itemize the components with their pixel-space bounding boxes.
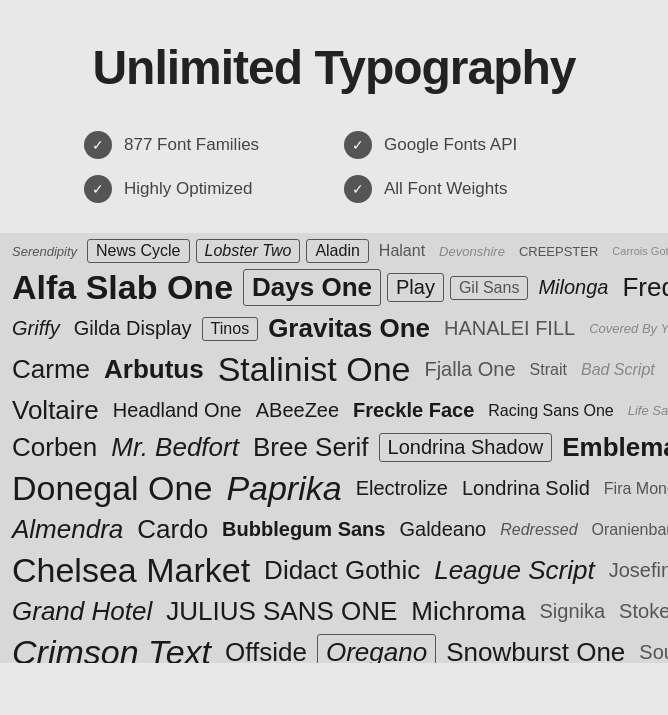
font-tag-3-4: Strait (526, 360, 571, 380)
font-tag-4-2: ABeeZee (252, 398, 343, 423)
font-row-3: CarmeArbutusStalinist OneFjalla OneStrai… (0, 347, 668, 392)
font-row-5: CorbenMr. BedfortBree SerifLondrina Shad… (0, 429, 668, 466)
font-tag-7-1: Cardo (133, 513, 212, 546)
font-tag-0-4: Halant (375, 241, 429, 261)
font-tag-7-3: Galdeano (395, 517, 490, 542)
check-icon-3: ✓ (84, 175, 112, 203)
font-tag-10-4: Source Serif Pro (635, 640, 668, 663)
font-tag-9-2: Michroma (407, 595, 529, 628)
font-tag-5-4: Emblema One (558, 431, 668, 464)
font-tag-6-1: Paprika (222, 468, 345, 509)
font-tag-9-0: Grand Hotel (8, 595, 156, 628)
font-tag-9-4: Stoke (615, 599, 668, 624)
feature-font-families: ✓ 877 Font Families (84, 131, 324, 159)
font-tag-6-0: Donegal One (8, 468, 216, 509)
font-row-9: Grand HotelJULIUS SANS ONEMichromaSignik… (0, 593, 668, 630)
font-tag-6-4: Fira Mono (600, 479, 668, 499)
font-tag-10-2: Oregano (317, 634, 436, 663)
font-tag-1-4: Milonga (534, 275, 612, 300)
font-tag-2-1: Gilda Display (70, 316, 196, 341)
feature-google-api: ✓ Google Fonts API (344, 131, 584, 159)
font-tag-7-2: Bubblegum Sans (218, 517, 389, 542)
font-tag-8-1: Didact Gothic (260, 554, 424, 587)
font-tag-1-1: Days One (243, 269, 381, 306)
font-tag-0-5: Devonshire (435, 243, 509, 260)
font-tag-2-5: Covered By Your Grace (585, 320, 668, 337)
font-tag-2-0: Griffy (8, 316, 64, 341)
feature-label-4: All Font Weights (384, 179, 507, 199)
font-tag-4-5: Life Savers (624, 402, 668, 419)
font-tag-1-2: Play (387, 273, 444, 302)
font-tag-3-5: Bad Script (577, 360, 659, 380)
font-tag-0-3: Aladin (306, 239, 368, 263)
check-icon-4: ✓ (344, 175, 372, 203)
feature-label-1: 877 Font Families (124, 135, 259, 155)
font-tag-7-5: Oranienbaum (588, 520, 668, 540)
font-tag-5-3: Londrina Shadow (379, 433, 553, 462)
font-tag-9-3: Signika (536, 599, 610, 624)
hero-title: Unlimited Typography (40, 40, 628, 95)
font-tag-10-1: Offside (221, 636, 311, 663)
font-tag-0-1: News Cycle (87, 239, 189, 263)
font-tag-0-7: Carrois Gothic SC (608, 244, 668, 258)
hero-section: Unlimited Typography ✓ 877 Font Families… (0, 0, 668, 233)
font-tag-8-3: Josefin Slab (605, 558, 668, 583)
font-row-0: SerendipityNews CycleLobster TwoAladinHa… (0, 237, 668, 265)
font-tag-10-3: Snowburst One (442, 636, 629, 663)
font-tag-1-3: Gil Sans (450, 276, 528, 300)
font-tag-10-0: Crimson Text (8, 632, 215, 663)
font-tag-6-2: Electrolize (352, 476, 452, 501)
font-tag-6-3: Londrina Solid (458, 476, 594, 501)
features-grid: ✓ 877 Font Families ✓ Google Fonts API ✓… (84, 131, 584, 203)
font-tag-2-3: Gravitas One (264, 312, 434, 345)
font-tag-4-1: Headland One (109, 398, 246, 423)
check-icon-1: ✓ (84, 131, 112, 159)
font-tag-5-1: Mr. Bedfort (107, 431, 243, 464)
font-tag-3-0: Carme (8, 353, 94, 386)
font-tag-7-4: Redressed (496, 520, 581, 540)
font-tag-0-2: Lobster Two (196, 239, 301, 263)
font-tag-8-0: Chelsea Market (8, 550, 254, 591)
font-tag-3-3: Fjalla One (420, 357, 519, 382)
font-row-8: Chelsea MarketDidact GothicLeague Script… (0, 548, 668, 593)
font-row-7: AlmendraCardoBubblegum SansGaldeanoRedre… (0, 511, 668, 548)
font-tag-5-2: Bree Serif (249, 431, 373, 464)
font-tag-2-2: Tinos (202, 317, 259, 341)
font-tag-8-2: League Script (430, 554, 598, 587)
font-tag-4-3: Freckle Face (349, 398, 478, 423)
font-tag-2-4: HANALEI FILL (440, 316, 579, 341)
font-tag-4-4: Racing Sans One (484, 401, 617, 421)
font-tag-9-1: JULIUS SANS ONE (162, 595, 401, 628)
check-icon-2: ✓ (344, 131, 372, 159)
font-tag-3-1: Arbutus (100, 353, 208, 386)
font-tag-4-0: Voltaire (8, 394, 103, 427)
font-row-4: VoltaireHeadland OneABeeZeeFreckle FaceR… (0, 392, 668, 429)
font-row-6: Donegal OnePaprikaElectrolizeLondrina So… (0, 466, 668, 511)
font-row-2: GriffyGilda DisplayTinosGravitas OneHANA… (0, 310, 668, 347)
fonts-collage-inner: SerendipityNews CycleLobster TwoAladinHa… (0, 233, 668, 663)
font-row-1: Alfa Slab OneDays OnePlayGil SansMilonga… (0, 265, 668, 310)
feature-label-3: Highly Optimized (124, 179, 253, 199)
font-tag-7-0: Almendra (8, 513, 127, 546)
font-row-10: Crimson TextOffsideOreganoSnowburst OneS… (0, 630, 668, 663)
font-tag-0-6: CREEPSTER (515, 243, 602, 260)
fonts-collage: SerendipityNews CycleLobster TwoAladinHa… (0, 233, 668, 663)
font-tag-5-0: Corben (8, 431, 101, 464)
font-tag-1-0: Alfa Slab One (8, 267, 237, 308)
feature-weights: ✓ All Font Weights (344, 175, 584, 203)
font-tag-0-0: Serendipity (8, 243, 81, 260)
font-tag-3-2: Stalinist One (214, 349, 415, 390)
font-tag-1-5: Fredoka One (618, 271, 668, 304)
feature-label-2: Google Fonts API (384, 135, 517, 155)
feature-optimized: ✓ Highly Optimized (84, 175, 324, 203)
